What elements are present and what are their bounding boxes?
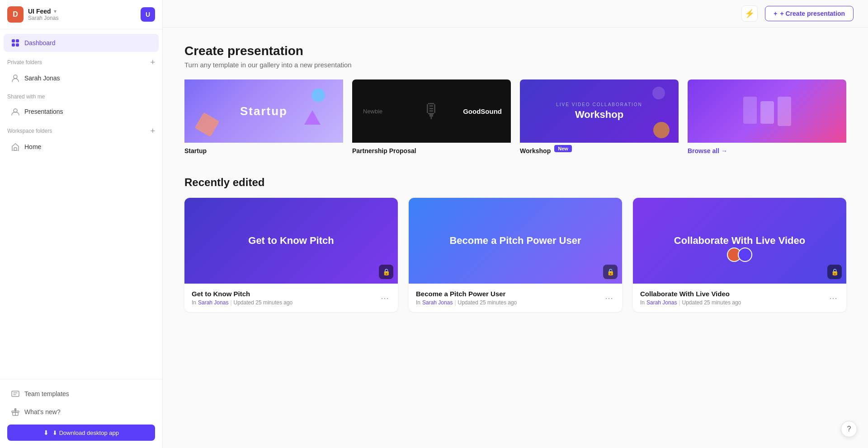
add-workspace-folder-btn[interactable]: + <box>150 127 155 135</box>
startup-thumbnail: Startup <box>184 79 343 143</box>
create-section-title: Create presentation <box>184 44 846 58</box>
shared-with-me-section: Shared with me <box>0 88 162 102</box>
content-area: Create presentation Turn any template in… <box>163 28 868 328</box>
pitch-more-btn[interactable]: ⋯ <box>379 291 391 305</box>
sidebar-item-home[interactable]: Home <box>4 138 159 156</box>
user-avatar[interactable]: U <box>141 7 155 22</box>
collab-updated: Updated 25 minutes ago <box>682 299 741 306</box>
startup-thumb-text: Startup <box>240 104 288 118</box>
power-more-btn[interactable]: ⋯ <box>603 291 615 305</box>
pitch-name: Get to Know Pitch <box>192 290 292 298</box>
collab-author-link[interactable]: Sarah Jonas <box>646 299 677 306</box>
sidebar-item-team-templates[interactable]: Team templates <box>4 385 159 403</box>
new-badge: New <box>554 145 572 152</box>
workshop-thumbnail: LIVE VIDEO COLLABORATION Workshop <box>520 79 679 143</box>
pitch-meta-row: Get to Know Pitch In Sarah Jonas | Updat… <box>192 290 391 306</box>
shared-with-me-label: Shared with me <box>7 93 45 100</box>
collab-thumb-text: Collaborate With Live Video <box>665 235 814 247</box>
collab-info: Collaborate With Live Video In Sarah Jon… <box>633 284 846 312</box>
startup-name-row: Startup <box>184 143 343 154</box>
svg-rect-6 <box>14 148 17 150</box>
pitch-author-link[interactable]: Sarah Jonas <box>198 299 228 306</box>
power-in-label: In <box>416 299 420 306</box>
private-folders-section: Private folders + <box>0 53 162 68</box>
workspace-info: UI Feed ▾ Sarah Jonas <box>28 8 136 21</box>
workspace-folders-section: Workspace folders + <box>0 121 162 137</box>
power-thumb-text: Become a Pitch Power User <box>440 235 590 247</box>
sidebar-item-whats-new[interactable]: What's new? <box>4 403 159 421</box>
presentations-label: Presentations <box>24 108 63 115</box>
power-thumbnail: Become a Pitch Power User 🔒 <box>409 198 622 284</box>
template-card-workshop[interactable]: LIVE VIDEO COLLABORATION Workshop Worksh… <box>520 79 679 158</box>
svg-rect-3 <box>16 43 19 47</box>
svg-rect-7 <box>12 391 19 397</box>
plus-icon: + <box>774 10 777 17</box>
pitch-updated: Updated 25 minutes ago <box>234 299 293 306</box>
collab-more-btn[interactable]: ⋯ <box>827 291 839 305</box>
recent-card-collab[interactable]: Collaborate With Live Video 🔒 Collaborat… <box>633 198 846 312</box>
browse-all-label: Browse all → <box>688 147 727 154</box>
add-private-folder-btn[interactable]: + <box>150 58 155 66</box>
recently-edited-title: Recently edited <box>184 176 846 189</box>
template-card-partnership[interactable]: Newbie 🎙 GoodSound Partnership Proposal <box>352 79 511 158</box>
power-lock-icon: 🔒 <box>603 265 618 279</box>
startup-name: Startup <box>184 147 207 154</box>
pitch-lock-icon: 🔒 <box>379 265 393 279</box>
power-name: Become a Pitch Power User <box>416 290 517 298</box>
person-icon <box>11 74 20 83</box>
presentations-icon <box>11 107 20 116</box>
power-info: Become a Pitch Power User In Sarah Jonas… <box>409 284 622 312</box>
download-icon: ⬇ <box>43 429 49 436</box>
help-button[interactable]: ? <box>841 421 857 437</box>
topbar: ⚡ + + Create presentation <box>163 0 868 28</box>
power-name-group: Become a Pitch Power User In Sarah Jonas… <box>416 290 517 306</box>
workspace-folders-label: Workspace folders <box>7 128 52 134</box>
power-meta-row: Become a Pitch Power User In Sarah Jonas… <box>416 290 615 306</box>
collab-name-group: Collaborate With Live Video In Sarah Jon… <box>640 290 741 306</box>
sidebar-bottom: Team templates What's new? ⬇ ⬇ Download … <box>0 379 162 448</box>
collab-in-label: In <box>640 299 645 306</box>
workspace-user: Sarah Jonas <box>28 15 136 21</box>
svg-rect-2 <box>12 43 15 47</box>
whats-new-label: What's new? <box>24 408 61 415</box>
partnership-name: Partnership Proposal <box>352 147 416 154</box>
pitch-dot: | <box>230 299 231 306</box>
pitch-meta: In Sarah Jonas | Updated 25 minutes ago <box>192 299 292 306</box>
svg-rect-1 <box>16 39 19 42</box>
team-templates-icon <box>11 389 20 398</box>
template-card-browse[interactable]: Browse all → <box>688 79 846 158</box>
home-folder-label: Home <box>24 143 41 150</box>
power-dot: | <box>454 299 456 306</box>
browse-all-link[interactable]: Browse all → <box>688 143 846 154</box>
download-desktop-btn[interactable]: ⬇ ⬇ Download desktop app <box>7 425 155 441</box>
recent-card-power-user[interactable]: Become a Pitch Power User 🔒 Become a Pit… <box>409 198 622 312</box>
template-card-startup[interactable]: Startup Startup <box>184 79 343 158</box>
templates-thumbnail <box>688 79 846 143</box>
partnership-thumbnail: Newbie 🎙 GoodSound <box>352 79 511 143</box>
sidebar-header: D UI Feed ▾ Sarah Jonas U <box>0 0 162 29</box>
create-presentation-btn[interactable]: + + Create presentation <box>765 6 854 21</box>
main-content: ⚡ + + Create presentation Create present… <box>163 0 868 448</box>
power-author-link[interactable]: Sarah Jonas <box>422 299 453 306</box>
workshop-subtitle: LIVE VIDEO COLLABORATION <box>556 102 642 107</box>
pitch-thumbnail: Get to Know Pitch 🔒 <box>184 198 398 284</box>
collab-lock-icon: 🔒 <box>827 265 842 279</box>
sidebar-dashboard-label: Dashboard <box>24 39 56 47</box>
pitch-info: Get to Know Pitch In Sarah Jonas | Updat… <box>184 284 398 312</box>
template-folders-visual <box>736 89 798 133</box>
templates-row: Startup Startup Newbie 🎙 GoodSound <box>184 79 846 158</box>
home-icon <box>11 142 20 151</box>
team-templates-label: Team templates <box>24 390 69 397</box>
power-meta: In Sarah Jonas | Updated 25 minutes ago <box>416 299 517 306</box>
sidebar-item-sarah-jonas[interactable]: Sarah Jonas <box>4 69 159 87</box>
pitch-in-label: In <box>192 299 196 306</box>
lightning-btn[interactable]: ⚡ <box>741 5 758 22</box>
sidebar-item-dashboard[interactable]: Dashboard <box>4 34 159 52</box>
collab-avatars <box>727 247 752 262</box>
sidebar-item-presentations[interactable]: Presentations <box>4 103 159 121</box>
workshop-name-row: Workshop New <box>520 143 679 154</box>
recent-card-pitch[interactable]: Get to Know Pitch 🔒 Get to Know Pitch In… <box>184 198 398 312</box>
dashboard-grid-icon <box>11 38 20 47</box>
svg-rect-0 <box>12 39 15 42</box>
pitch-name-group: Get to Know Pitch In Sarah Jonas | Updat… <box>192 290 292 306</box>
